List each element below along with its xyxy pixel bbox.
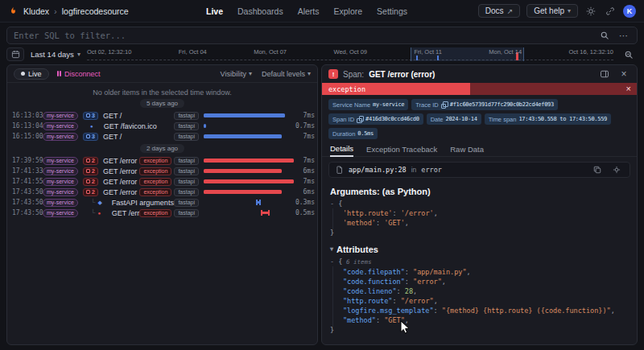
trace-row[interactable]: 17:41:55my-service2GET /errorexceptionfa… [7, 176, 317, 187]
levels-dropdown[interactable]: Default levels ▾ [262, 70, 311, 78]
time-divider: 5 days ago [7, 99, 317, 108]
service-pill: my-service [43, 122, 78, 130]
code-line: "http.route": "/error", [330, 296, 629, 306]
spans-icon [86, 169, 90, 173]
tag-pill-exception: exception [139, 157, 171, 165]
attributes-heading[interactable]: ▾ Attributes [322, 241, 637, 256]
span-count-badge[interactable]: 3 [83, 133, 98, 141]
span-dot-icon: ● [90, 124, 93, 129]
span-name: GET /error [103, 157, 137, 165]
nav-tabs: LiveDashboardsAlertsExploreSettings [206, 0, 407, 22]
tag-pill-exception: exception [139, 167, 171, 175]
marker-slot: └◆ [83, 200, 109, 206]
trace-row[interactable]: 17:39:59my-service2GET /errorexceptionfa… [7, 155, 317, 166]
more-options-button[interactable]: ⋯ [617, 29, 630, 42]
docs-button[interactable]: Docs ↗ [478, 4, 520, 18]
detail-tab-raw-data[interactable]: Raw Data [450, 145, 484, 156]
chip-value: my-service [373, 101, 404, 108]
live-dot-icon [21, 72, 25, 76]
breadcrumb-project[interactable]: logfirecodesource [62, 6, 129, 16]
arguments-block: - {'http.route': '/error','method': 'GET… [322, 198, 637, 241]
code-line: } [330, 325, 629, 335]
tab-live[interactable]: Live [206, 6, 223, 16]
locate-code-button[interactable] [610, 163, 623, 176]
spans-icon [86, 134, 90, 138]
activity-tick-icon [416, 56, 418, 60]
chip-value: #f1c60e57391d77fc290c0b22cd4ef093 [450, 101, 554, 108]
span-detail-actions: × [598, 68, 630, 80]
meta-chip-span-id: Span ID#416d30c0ccd46cd0 [328, 113, 423, 125]
duration-label: 6ms [294, 167, 315, 175]
mouse-cursor [400, 320, 410, 335]
dock-panel-button[interactable] [598, 68, 611, 80]
row-timestamp: 16:13:03 [12, 112, 43, 119]
detail-tab-details[interactable]: Details [330, 144, 353, 157]
timeline-tick-label: Fri, Oct 04 [179, 48, 207, 56]
tag-pills: fastapi [174, 122, 199, 130]
trace-row[interactable]: 16:15:00my-service3GET /fastapi7ms [7, 131, 317, 142]
trace-row[interactable]: 17:43:50my-service└◆FastAPI argumentsfas… [7, 197, 317, 208]
spans-icon [86, 159, 90, 163]
time-divider-label: 5 days ago [140, 99, 184, 108]
timeline-tick-label: Wed, Oct 09 [333, 48, 367, 56]
span-count-badge[interactable]: 2 [83, 178, 98, 186]
service-pill: my-service [43, 199, 78, 207]
tab-explore[interactable]: Explore [333, 6, 362, 16]
copy-icon[interactable] [357, 116, 363, 122]
row-timestamp: 17:41:55 [12, 178, 43, 185]
calendar-button[interactable] [6, 47, 24, 61]
search-icon[interactable] [598, 29, 611, 42]
code-line: "code.filepath": "app/main.py", [330, 267, 629, 277]
span-count-badge[interactable]: 2 [83, 188, 98, 196]
span-dot-icon: ● [98, 211, 101, 216]
span-count-badge[interactable]: 2 [83, 167, 98, 175]
copy-icon[interactable] [441, 101, 448, 108]
span-name: GET / [103, 133, 122, 141]
detail-tab-exception-traceback[interactable]: Exception Traceback [366, 145, 437, 156]
avatar[interactable]: K [623, 5, 636, 18]
close-panel-button[interactable]: × [617, 68, 630, 80]
timeline[interactable]: Oct 02, 12:32:10Fri, Oct 04Mon, Oct 07We… [87, 47, 613, 61]
trace-row[interactable]: 17:43:50my-service└●GET /error (error)ex… [7, 208, 317, 218]
visibility-dropdown[interactable]: Visibility ▾ [221, 70, 252, 78]
disconnect-label: Disconnect [64, 70, 101, 78]
span-name: GET /error [103, 167, 137, 175]
get-help-button[interactable]: Get help ▾ [526, 4, 578, 18]
span-count-badge[interactable]: 2 [83, 157, 98, 165]
theme-toggle-button[interactable] [584, 5, 597, 18]
meta-chip-service-name: Service Namemy-service [328, 99, 408, 110]
breadcrumb-org[interactable]: Kludex [23, 6, 49, 16]
external-link-icon: ↗ [507, 7, 514, 15]
chip-label: Trace ID [415, 101, 438, 109]
trace-row[interactable]: 16:13:04my-service●GET /favicon.icofasta… [7, 121, 317, 131]
span-meta-chips: Service Namemy-serviceTrace ID#f1c60e573… [322, 95, 637, 142]
service-pill: my-service [43, 133, 78, 141]
duration-label: 7ms [294, 112, 315, 119]
code-line: "code.function": "error", [330, 277, 629, 286]
time-range-selector[interactable]: Last 14 days ▾ [31, 50, 80, 59]
copy-path-button[interactable] [591, 163, 604, 176]
live-toggle-button[interactable]: Live [14, 68, 49, 80]
trace-row[interactable]: 16:13:03my-service3GET /fastapi7ms [7, 110, 317, 121]
service-pill: my-service [43, 209, 78, 217]
span-count-badge[interactable]: 3 [83, 112, 98, 120]
row-timestamp: 17:41:33 [12, 167, 43, 175]
logfire-logo-icon[interactable] [8, 6, 19, 16]
code-line: - { 6 items [330, 257, 629, 267]
tab-settings[interactable]: Settings [377, 6, 407, 16]
tag-pill-exception: exception [139, 178, 171, 186]
chevron-down-icon: ▾ [568, 8, 571, 14]
tab-alerts[interactable]: Alerts [298, 6, 320, 16]
trace-row[interactable]: 17:43:50my-service2GET /errorexceptionfa… [7, 187, 317, 197]
banner-close-icon[interactable]: × [626, 84, 631, 93]
zoom-out-button[interactable] [620, 47, 638, 61]
share-link-button[interactable] [604, 5, 617, 18]
exception-banner-label: exception [322, 85, 365, 93]
disconnect-button[interactable]: Disconnect [57, 70, 101, 78]
time-range-label: Last 14 days [31, 50, 74, 59]
trace-row[interactable]: 17:41:33my-service2GET /errorexceptionfa… [7, 166, 317, 176]
tab-dashboards[interactable]: Dashboards [237, 6, 283, 16]
arguments-heading-label: Arguments: (as Python) [330, 187, 431, 196]
source-actions [591, 163, 623, 176]
sql-filter-input[interactable] [14, 31, 592, 40]
